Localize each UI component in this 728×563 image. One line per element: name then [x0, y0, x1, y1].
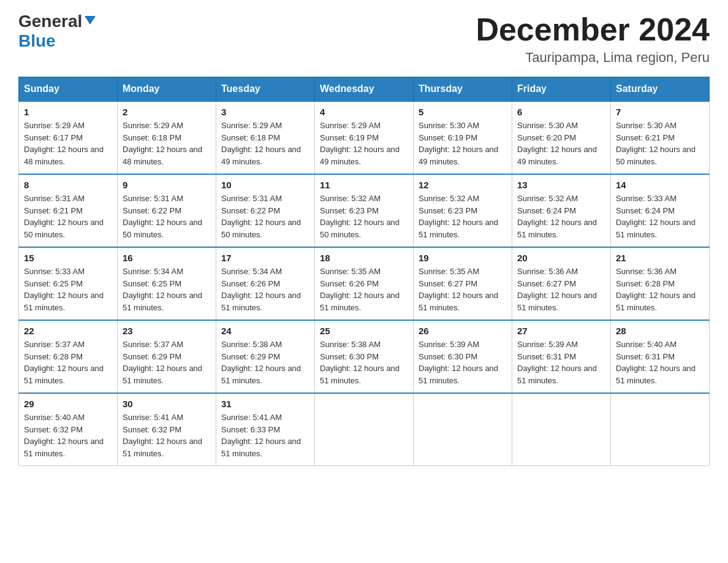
day-info: Sunrise: 5:33 AMSunset: 6:25 PMDaylight:… — [24, 267, 104, 312]
table-row: 13 Sunrise: 5:32 AMSunset: 6:24 PMDaylig… — [512, 174, 611, 247]
table-row: 14 Sunrise: 5:33 AMSunset: 6:24 PMDaylig… — [611, 174, 710, 247]
day-number: 17 — [221, 253, 309, 263]
day-info: Sunrise: 5:37 AMSunset: 6:29 PMDaylight:… — [123, 340, 202, 385]
table-row: 4 Sunrise: 5:29 AMSunset: 6:19 PMDayligh… — [315, 101, 414, 174]
day-info: Sunrise: 5:32 AMSunset: 6:23 PMDaylight:… — [320, 194, 400, 239]
table-row: 5 Sunrise: 5:30 AMSunset: 6:19 PMDayligh… — [414, 101, 512, 174]
day-info: Sunrise: 5:37 AMSunset: 6:28 PMDaylight:… — [24, 340, 104, 385]
day-info: Sunrise: 5:30 AMSunset: 6:19 PMDaylight:… — [419, 121, 498, 166]
day-number: 16 — [123, 253, 211, 263]
day-info: Sunrise: 5:32 AMSunset: 6:23 PMDaylight:… — [419, 194, 498, 239]
day-info: Sunrise: 5:39 AMSunset: 6:31 PMDaylight:… — [517, 340, 597, 385]
month-year-title: December 2024 — [476, 12, 710, 47]
location-subtitle: Tauripampa, Lima region, Peru — [476, 50, 710, 66]
day-number: 12 — [419, 180, 507, 190]
table-row: 9 Sunrise: 5:31 AMSunset: 6:22 PMDayligh… — [118, 174, 216, 247]
logo-general: General — [18, 12, 82, 31]
table-row: 2 Sunrise: 5:29 AMSunset: 6:18 PMDayligh… — [118, 101, 216, 174]
day-number: 1 — [24, 107, 112, 117]
day-number: 30 — [123, 399, 211, 409]
day-info: Sunrise: 5:32 AMSunset: 6:24 PMDaylight:… — [517, 194, 597, 239]
day-number: 9 — [123, 180, 211, 190]
day-info: Sunrise: 5:30 AMSunset: 6:21 PMDaylight:… — [616, 121, 696, 166]
day-number: 4 — [320, 107, 408, 117]
table-row: 15 Sunrise: 5:33 AMSunset: 6:25 PMDaylig… — [19, 247, 118, 320]
day-info: Sunrise: 5:40 AMSunset: 6:31 PMDaylight:… — [616, 340, 696, 385]
table-row — [315, 393, 414, 466]
page-header: General Blue December 2024 Tauripampa, L… — [18, 12, 710, 66]
table-row: 17 Sunrise: 5:34 AMSunset: 6:26 PMDaylig… — [216, 247, 315, 320]
calendar-week-row: 29 Sunrise: 5:40 AMSunset: 6:32 PMDaylig… — [19, 393, 710, 466]
day-number: 21 — [616, 253, 704, 263]
day-number: 20 — [517, 253, 605, 263]
day-info: Sunrise: 5:30 AMSunset: 6:20 PMDaylight:… — [517, 121, 597, 166]
table-row: 26 Sunrise: 5:39 AMSunset: 6:30 PMDaylig… — [414, 320, 512, 393]
table-row: 25 Sunrise: 5:38 AMSunset: 6:30 PMDaylig… — [315, 320, 414, 393]
table-row: 11 Sunrise: 5:32 AMSunset: 6:23 PMDaylig… — [315, 174, 414, 247]
day-number: 7 — [616, 107, 704, 117]
table-row: 10 Sunrise: 5:31 AMSunset: 6:22 PMDaylig… — [216, 174, 315, 247]
table-row — [512, 393, 611, 466]
table-row: 7 Sunrise: 5:30 AMSunset: 6:21 PMDayligh… — [611, 101, 710, 174]
logo: General Blue — [18, 12, 97, 51]
calendar-week-row: 22 Sunrise: 5:37 AMSunset: 6:28 PMDaylig… — [19, 320, 710, 393]
day-number: 2 — [123, 107, 211, 117]
day-info: Sunrise: 5:29 AMSunset: 6:19 PMDaylight:… — [320, 121, 400, 166]
day-number: 10 — [221, 180, 309, 190]
day-info: Sunrise: 5:31 AMSunset: 6:21 PMDaylight:… — [24, 194, 104, 239]
day-number: 5 — [419, 107, 507, 117]
day-info: Sunrise: 5:35 AMSunset: 6:27 PMDaylight:… — [419, 267, 498, 312]
table-row: 6 Sunrise: 5:30 AMSunset: 6:20 PMDayligh… — [512, 101, 611, 174]
day-number: 3 — [221, 107, 309, 117]
table-row: 18 Sunrise: 5:35 AMSunset: 6:26 PMDaylig… — [315, 247, 414, 320]
day-info: Sunrise: 5:36 AMSunset: 6:28 PMDaylight:… — [616, 267, 696, 312]
table-row: 28 Sunrise: 5:40 AMSunset: 6:31 PMDaylig… — [611, 320, 710, 393]
table-row: 27 Sunrise: 5:39 AMSunset: 6:31 PMDaylig… — [512, 320, 611, 393]
table-row: 31 Sunrise: 5:41 AMSunset: 6:33 PMDaylig… — [216, 393, 315, 466]
table-row: 22 Sunrise: 5:37 AMSunset: 6:28 PMDaylig… — [19, 320, 118, 393]
col-monday: Monday — [118, 77, 216, 102]
day-number: 22 — [24, 326, 112, 336]
table-row: 24 Sunrise: 5:38 AMSunset: 6:29 PMDaylig… — [216, 320, 315, 393]
calendar-week-row: 1 Sunrise: 5:29 AMSunset: 6:17 PMDayligh… — [19, 101, 710, 174]
col-tuesday: Tuesday — [216, 77, 315, 102]
table-row: 23 Sunrise: 5:37 AMSunset: 6:29 PMDaylig… — [118, 320, 216, 393]
title-section: December 2024 Tauripampa, Lima region, P… — [476, 12, 710, 66]
day-number: 25 — [320, 326, 408, 336]
logo-triangle-icon — [83, 13, 97, 27]
table-row: 19 Sunrise: 5:35 AMSunset: 6:27 PMDaylig… — [414, 247, 512, 320]
day-info: Sunrise: 5:29 AMSunset: 6:17 PMDaylight:… — [24, 121, 104, 166]
table-row: 30 Sunrise: 5:41 AMSunset: 6:32 PMDaylig… — [118, 393, 216, 466]
calendar-week-row: 15 Sunrise: 5:33 AMSunset: 6:25 PMDaylig… — [19, 247, 710, 320]
day-info: Sunrise: 5:31 AMSunset: 6:22 PMDaylight:… — [123, 194, 202, 239]
calendar-week-row: 8 Sunrise: 5:31 AMSunset: 6:21 PMDayligh… — [19, 174, 710, 247]
svg-marker-0 — [85, 16, 96, 25]
day-info: Sunrise: 5:34 AMSunset: 6:25 PMDaylight:… — [123, 267, 202, 312]
day-info: Sunrise: 5:38 AMSunset: 6:29 PMDaylight:… — [221, 340, 301, 385]
table-row — [611, 393, 710, 466]
table-row: 21 Sunrise: 5:36 AMSunset: 6:28 PMDaylig… — [611, 247, 710, 320]
day-number: 27 — [517, 326, 605, 336]
day-info: Sunrise: 5:39 AMSunset: 6:30 PMDaylight:… — [419, 340, 498, 385]
day-number: 6 — [517, 107, 605, 117]
day-info: Sunrise: 5:36 AMSunset: 6:27 PMDaylight:… — [517, 267, 597, 312]
day-info: Sunrise: 5:41 AMSunset: 6:32 PMDaylight:… — [123, 413, 202, 458]
day-number: 19 — [419, 253, 507, 263]
table-row: 1 Sunrise: 5:29 AMSunset: 6:17 PMDayligh… — [19, 101, 118, 174]
day-number: 11 — [320, 180, 408, 190]
calendar-table: Sunday Monday Tuesday Wednesday Thursday… — [18, 77, 710, 466]
table-row — [414, 393, 512, 466]
day-number: 29 — [24, 399, 112, 409]
col-wednesday: Wednesday — [315, 77, 414, 102]
table-row: 8 Sunrise: 5:31 AMSunset: 6:21 PMDayligh… — [19, 174, 118, 247]
day-number: 15 — [24, 253, 112, 263]
col-thursday: Thursday — [414, 77, 512, 102]
table-row: 16 Sunrise: 5:34 AMSunset: 6:25 PMDaylig… — [118, 247, 216, 320]
col-sunday: Sunday — [19, 77, 118, 102]
table-row: 12 Sunrise: 5:32 AMSunset: 6:23 PMDaylig… — [414, 174, 512, 247]
day-info: Sunrise: 5:29 AMSunset: 6:18 PMDaylight:… — [221, 121, 301, 166]
day-number: 8 — [24, 180, 112, 190]
logo-blue: Blue — [18, 31, 56, 50]
day-number: 31 — [221, 399, 309, 409]
day-number: 14 — [616, 180, 704, 190]
